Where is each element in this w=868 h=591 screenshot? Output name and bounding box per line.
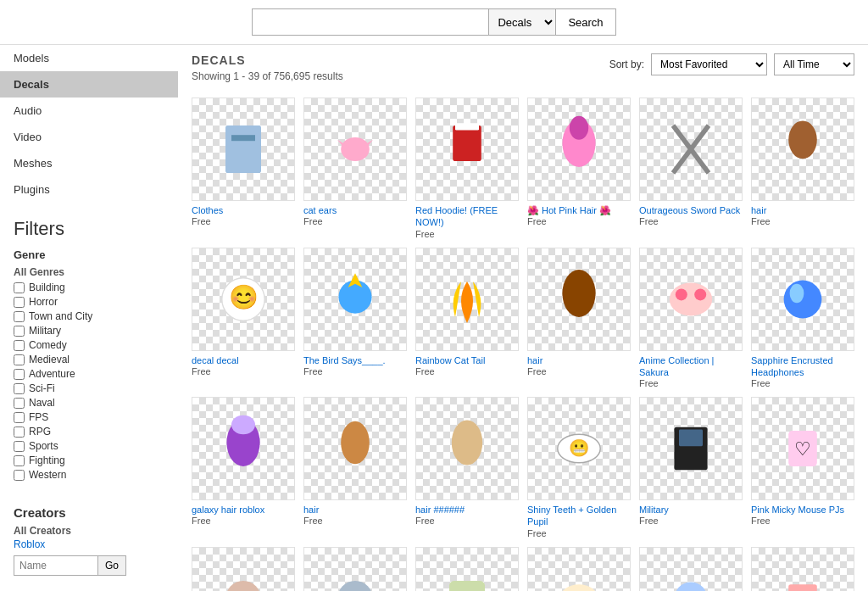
item-name[interactable]: hair: [751, 204, 854, 216]
item-card[interactable]: hair ######Free: [415, 397, 519, 538]
genre-medieval[interactable]: Medieval: [14, 354, 164, 365]
genre-sports[interactable]: Sports: [14, 440, 164, 452]
item-card[interactable]: 😬Shiny Teeth + Golden PupilFree: [527, 397, 631, 538]
genre-building-checkbox[interactable]: [14, 282, 25, 293]
genre-western-checkbox[interactable]: [14, 470, 25, 481]
item-name[interactable]: hair: [527, 354, 631, 366]
item-thumbnail: [639, 547, 743, 591]
creator-go-button[interactable]: Go: [98, 555, 126, 576]
nav-item-models[interactable]: Models: [0, 45, 178, 71]
genre-rpg[interactable]: RPG: [14, 426, 164, 438]
item-price: Free: [192, 366, 295, 376]
time-select[interactable]: All Time Past Day Past Week Past Month P…: [774, 53, 854, 75]
item-name[interactable]: hair ######: [415, 504, 519, 516]
item-name[interactable]: Military: [639, 504, 743, 516]
genre-fps-checkbox[interactable]: [14, 412, 25, 423]
item-card[interactable]: The Bird Says____.Free: [303, 248, 407, 389]
item-name[interactable]: Anime Collection | Sakura: [639, 354, 743, 379]
search-button[interactable]: Search: [556, 8, 615, 36]
genre-building[interactable]: Building: [14, 282, 164, 293]
genre-western[interactable]: Western: [14, 469, 164, 481]
category-select[interactable]: Decals Models Audio Video Meshes Plugins: [489, 8, 556, 36]
item-card[interactable]: hairFree: [751, 98, 854, 239]
search-input[interactable]: [252, 8, 489, 36]
svg-point-18: [676, 288, 687, 300]
item-name[interactable]: Clothes: [192, 204, 295, 216]
genre-town-city-checkbox[interactable]: [14, 311, 25, 322]
item-card[interactable]: ...Free: [415, 547, 519, 591]
item-thumbnail: [527, 98, 631, 201]
item-card[interactable]: Rainbow Cat TailFree: [415, 248, 519, 389]
item-card[interactable]: Red Hoodie! (FREE NOW!)Free: [415, 98, 519, 239]
svg-point-23: [231, 415, 255, 434]
genre-military[interactable]: Military: [14, 325, 164, 337]
item-thumbnail: [415, 547, 519, 591]
svg-point-33: [337, 581, 373, 591]
genre-scifi[interactable]: Sci-Fi: [14, 382, 164, 394]
item-card[interactable]: ...Free: [639, 547, 743, 591]
item-card[interactable]: 🌺 Hot Pink Hair 🌺Free: [527, 98, 631, 239]
item-name[interactable]: Outrageous Sword Pack: [639, 204, 743, 216]
item-card[interactable]: 😊decal decalFree: [192, 248, 295, 389]
item-thumbnail: [303, 397, 407, 500]
item-name[interactable]: The Bird Says____.: [303, 354, 407, 366]
nav-item-audio[interactable]: Audio: [0, 98, 178, 124]
nav-item-video[interactable]: Video: [0, 124, 178, 150]
genre-naval-checkbox[interactable]: [14, 398, 25, 409]
item-card[interactable]: ...Free: [192, 547, 295, 591]
item-name[interactable]: decal decal: [192, 354, 295, 366]
genre-fighting[interactable]: Fighting: [14, 454, 164, 466]
genre-medieval-checkbox[interactable]: [14, 354, 25, 365]
nav-item-decals[interactable]: Decals: [0, 71, 178, 98]
item-name[interactable]: galaxy hair roblox: [192, 504, 295, 516]
item-card[interactable]: Sapphire Encrusted HeadphonesFree: [751, 248, 854, 389]
nav-item-meshes[interactable]: Meshes: [0, 150, 178, 176]
item-thumbnail: 😬: [527, 397, 631, 500]
item-card[interactable]: ...Free: [303, 547, 407, 591]
roblox-creator-link[interactable]: Roblox: [14, 538, 164, 550]
item-price: Free: [303, 366, 407, 376]
genre-military-checkbox[interactable]: [14, 326, 25, 337]
sort-select[interactable]: Most Favorited Relevance Most Taken Rece…: [651, 53, 767, 75]
item-card[interactable]: Outrageous Sword PackFree: [639, 98, 743, 239]
item-card[interactable]: Anime Collection | SakuraFree: [639, 248, 743, 389]
genre-fighting-checkbox[interactable]: [14, 455, 25, 466]
item-name[interactable]: Pink Micky Mouse PJs: [751, 504, 854, 516]
item-name[interactable]: Red Hoodie! (FREE NOW!): [415, 204, 519, 229]
genre-horror-checkbox[interactable]: [14, 297, 25, 308]
genre-adventure-checkbox[interactable]: [14, 369, 25, 380]
genre-comedy-checkbox[interactable]: [14, 340, 25, 351]
genre-sports-checkbox[interactable]: [14, 441, 25, 452]
nav-item-plugins[interactable]: Plugins: [0, 176, 178, 203]
item-card[interactable]: hairFree: [303, 397, 407, 538]
item-name[interactable]: Sapphire Encrusted Headphones: [751, 354, 854, 379]
svg-rect-1: [231, 135, 255, 141]
item-thumbnail: [639, 397, 743, 500]
item-card[interactable]: ♡Pink Micky Mouse PJsFree: [751, 397, 854, 538]
genre-rpg-checkbox[interactable]: [14, 427, 25, 438]
genre-adventure[interactable]: Adventure: [14, 368, 164, 380]
genre-naval[interactable]: Naval: [14, 397, 164, 409]
creator-name-input[interactable]: [14, 555, 98, 576]
item-card[interactable]: galaxy hair robloxFree: [192, 397, 295, 538]
item-name[interactable]: 🌺 Hot Pink Hair 🌺: [527, 204, 631, 216]
genre-scifi-checkbox[interactable]: [14, 383, 25, 394]
genre-town-city[interactable]: Town and City: [14, 310, 164, 322]
item-card[interactable]: ...Free: [751, 547, 854, 591]
item-name[interactable]: cat ears: [303, 204, 407, 216]
item-name[interactable]: Shiny Teeth + Golden Pupil: [527, 504, 631, 528]
genre-fps[interactable]: FPS: [14, 411, 164, 423]
item-card[interactable]: hairFree: [527, 248, 631, 389]
item-name[interactable]: Rainbow Cat Tail: [415, 354, 519, 366]
creator-search-row: Go: [14, 555, 164, 576]
item-card[interactable]: ...Free: [527, 547, 631, 591]
item-card[interactable]: ClothesFree: [192, 98, 295, 239]
item-thumbnail: [751, 98, 854, 201]
item-card[interactable]: cat earsFree: [303, 98, 407, 239]
item-name[interactable]: hair: [303, 504, 407, 516]
items-grid: ClothesFreecat earsFreeRed Hoodie! (FREE…: [192, 98, 854, 591]
item-card[interactable]: MilitaryFree: [639, 397, 743, 538]
genre-comedy[interactable]: Comedy: [14, 339, 164, 351]
svg-rect-34: [449, 581, 485, 591]
genre-horror[interactable]: Horror: [14, 296, 164, 308]
